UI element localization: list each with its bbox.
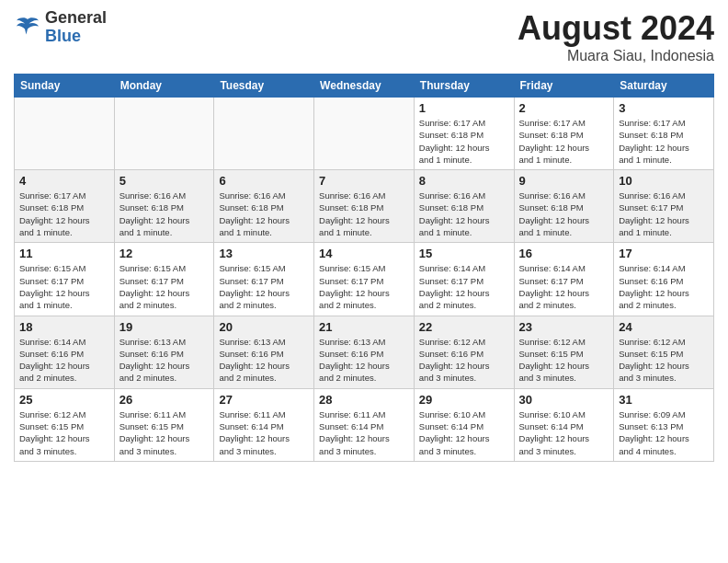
calendar-cell: 19Sunrise: 6:13 AM Sunset: 6:16 PM Dayli… [114, 316, 214, 388]
logo: General Blue [14, 9, 107, 46]
day-info: Sunrise: 6:12 AM Sunset: 6:15 PM Dayligh… [619, 336, 709, 385]
day-number: 6 [219, 174, 309, 188]
day-number: 3 [619, 101, 709, 115]
location-title: Muara Siau, Indonesia [518, 48, 714, 64]
calendar-week-row: 11Sunrise: 6:15 AM Sunset: 6:17 PM Dayli… [15, 243, 714, 316]
day-info: Sunrise: 6:10 AM Sunset: 6:14 PM Dayligh… [419, 408, 509, 457]
day-number: 19 [119, 320, 210, 334]
day-number: 23 [519, 320, 609, 334]
calendar-table: SundayMondayTuesdayWednesdayThursdayFrid… [14, 74, 714, 462]
day-number: 10 [619, 174, 709, 188]
day-number: 13 [219, 247, 309, 260]
day-info: Sunrise: 6:11 AM Sunset: 6:14 PM Dayligh… [219, 408, 309, 457]
calendar-week-row: 4Sunrise: 6:17 AM Sunset: 6:18 PM Daylig… [15, 170, 714, 243]
calendar-cell: 18Sunrise: 6:14 AM Sunset: 6:16 PM Dayli… [15, 316, 115, 388]
calendar-cell: 11Sunrise: 6:15 AM Sunset: 6:17 PM Dayli… [15, 243, 115, 316]
day-info: Sunrise: 6:14 AM Sunset: 6:17 PM Dayligh… [419, 262, 509, 311]
day-number: 12 [119, 247, 210, 260]
calendar-cell: 28Sunrise: 6:11 AM Sunset: 6:14 PM Dayli… [314, 388, 415, 461]
day-number: 2 [519, 101, 609, 115]
day-info: Sunrise: 6:12 AM Sunset: 6:15 PM Dayligh… [19, 408, 109, 457]
day-info: Sunrise: 6:15 AM Sunset: 6:17 PM Dayligh… [19, 262, 109, 311]
calendar-cell: 29Sunrise: 6:10 AM Sunset: 6:14 PM Dayli… [414, 388, 514, 461]
day-number: 26 [119, 393, 210, 407]
day-number: 25 [19, 393, 109, 407]
calendar-cell: 26Sunrise: 6:11 AM Sunset: 6:15 PM Dayli… [114, 388, 214, 461]
calendar-cell: 12Sunrise: 6:15 AM Sunset: 6:17 PM Dayli… [114, 243, 214, 316]
logo-icon [14, 14, 41, 41]
calendar-cell: 15Sunrise: 6:14 AM Sunset: 6:17 PM Dayli… [414, 243, 514, 316]
calendar-week-row: 25Sunrise: 6:12 AM Sunset: 6:15 PM Dayli… [15, 388, 714, 461]
title-block: August 2024 Muara Siau, Indonesia [518, 9, 714, 64]
day-info: Sunrise: 6:12 AM Sunset: 6:15 PM Dayligh… [519, 336, 609, 385]
logo-blue-label: Blue [45, 28, 107, 46]
day-info: Sunrise: 6:17 AM Sunset: 6:18 PM Dayligh… [419, 117, 509, 166]
day-number: 1 [419, 101, 509, 115]
calendar-cell: 21Sunrise: 6:13 AM Sunset: 6:16 PM Dayli… [314, 316, 415, 388]
day-number: 11 [19, 247, 109, 260]
day-number: 5 [119, 174, 210, 188]
day-number: 7 [319, 174, 409, 188]
day-number: 21 [319, 320, 409, 334]
weekday-header-tuesday: Tuesday [214, 75, 314, 98]
day-number: 28 [319, 393, 409, 407]
weekday-header-saturday: Saturday [614, 75, 714, 98]
calendar-week-row: 1Sunrise: 6:17 AM Sunset: 6:18 PM Daylig… [15, 98, 714, 170]
calendar-cell: 1Sunrise: 6:17 AM Sunset: 6:18 PM Daylig… [414, 98, 514, 170]
calendar-cell [15, 98, 115, 170]
day-info: Sunrise: 6:09 AM Sunset: 6:13 PM Dayligh… [619, 408, 709, 457]
day-info: Sunrise: 6:13 AM Sunset: 6:16 PM Dayligh… [219, 336, 309, 385]
calendar-cell: 3Sunrise: 6:17 AM Sunset: 6:18 PM Daylig… [614, 98, 714, 170]
month-title: August 2024 [518, 9, 714, 48]
day-info: Sunrise: 6:16 AM Sunset: 6:18 PM Dayligh… [519, 190, 609, 238]
weekday-header-thursday: Thursday [414, 75, 514, 98]
day-info: Sunrise: 6:17 AM Sunset: 6:18 PM Dayligh… [19, 190, 109, 238]
day-info: Sunrise: 6:16 AM Sunset: 6:18 PM Dayligh… [219, 190, 309, 238]
day-info: Sunrise: 6:17 AM Sunset: 6:18 PM Dayligh… [619, 117, 709, 166]
day-info: Sunrise: 6:16 AM Sunset: 6:17 PM Dayligh… [619, 190, 709, 238]
day-info: Sunrise: 6:14 AM Sunset: 6:16 PM Dayligh… [619, 262, 709, 311]
calendar-cell: 23Sunrise: 6:12 AM Sunset: 6:15 PM Dayli… [514, 316, 614, 388]
weekday-header-wednesday: Wednesday [314, 75, 415, 98]
calendar-cell: 20Sunrise: 6:13 AM Sunset: 6:16 PM Dayli… [214, 316, 314, 388]
day-number: 15 [419, 247, 509, 260]
calendar-cell: 13Sunrise: 6:15 AM Sunset: 6:17 PM Dayli… [214, 243, 314, 316]
day-number: 17 [619, 247, 709, 260]
page-header: General Blue August 2024 Muara Siau, Ind… [14, 9, 714, 64]
day-info: Sunrise: 6:13 AM Sunset: 6:16 PM Dayligh… [319, 336, 409, 385]
calendar-cell [314, 98, 415, 170]
calendar-cell: 9Sunrise: 6:16 AM Sunset: 6:18 PM Daylig… [514, 170, 614, 243]
day-number: 8 [419, 174, 509, 188]
day-number: 31 [619, 393, 709, 407]
day-number: 22 [419, 320, 509, 334]
day-number: 20 [219, 320, 309, 334]
calendar-cell: 8Sunrise: 6:16 AM Sunset: 6:18 PM Daylig… [414, 170, 514, 243]
calendar-cell [114, 98, 214, 170]
day-info: Sunrise: 6:17 AM Sunset: 6:18 PM Dayligh… [519, 117, 609, 166]
day-number: 29 [419, 393, 509, 407]
calendar-cell [214, 98, 314, 170]
calendar-cell: 25Sunrise: 6:12 AM Sunset: 6:15 PM Dayli… [15, 388, 115, 461]
day-info: Sunrise: 6:16 AM Sunset: 6:18 PM Dayligh… [319, 190, 409, 238]
logo-general-label: General [45, 9, 107, 28]
weekday-header-sunday: Sunday [15, 75, 115, 98]
day-info: Sunrise: 6:16 AM Sunset: 6:18 PM Dayligh… [119, 190, 210, 238]
day-info: Sunrise: 6:15 AM Sunset: 6:17 PM Dayligh… [119, 262, 210, 311]
day-number: 9 [519, 174, 609, 188]
day-number: 30 [519, 393, 609, 407]
day-info: Sunrise: 6:10 AM Sunset: 6:14 PM Dayligh… [519, 408, 609, 457]
day-number: 27 [219, 393, 309, 407]
day-info: Sunrise: 6:14 AM Sunset: 6:16 PM Dayligh… [19, 336, 109, 385]
day-number: 16 [519, 247, 609, 260]
calendar-cell: 5Sunrise: 6:16 AM Sunset: 6:18 PM Daylig… [114, 170, 214, 243]
day-info: Sunrise: 6:15 AM Sunset: 6:17 PM Dayligh… [319, 262, 409, 311]
day-info: Sunrise: 6:16 AM Sunset: 6:18 PM Dayligh… [419, 190, 509, 238]
day-info: Sunrise: 6:11 AM Sunset: 6:15 PM Dayligh… [119, 408, 210, 457]
day-number: 14 [319, 247, 409, 260]
day-info: Sunrise: 6:13 AM Sunset: 6:16 PM Dayligh… [119, 336, 210, 385]
logo-text: General Blue [45, 9, 107, 46]
day-number: 18 [19, 320, 109, 334]
calendar-cell: 10Sunrise: 6:16 AM Sunset: 6:17 PM Dayli… [614, 170, 714, 243]
weekday-header-friday: Friday [514, 75, 614, 98]
calendar-cell: 22Sunrise: 6:12 AM Sunset: 6:16 PM Dayli… [414, 316, 514, 388]
